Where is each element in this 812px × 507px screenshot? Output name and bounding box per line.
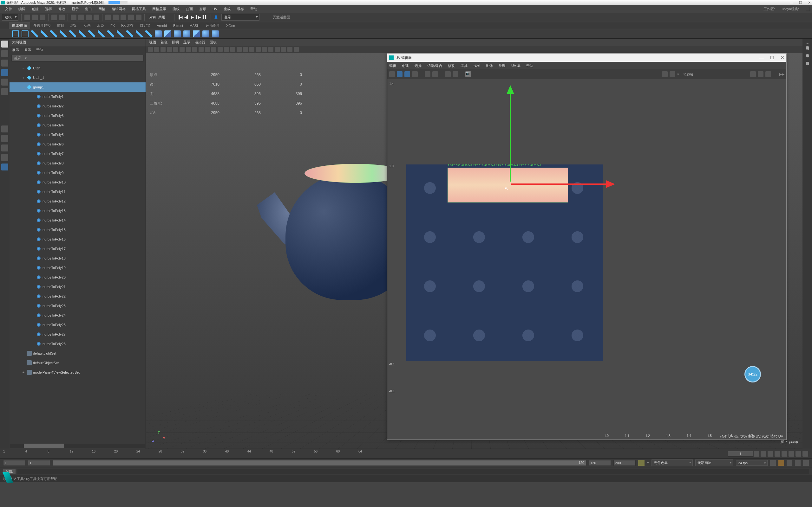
outliner-item[interactable]: defaultLightSet bbox=[9, 349, 146, 358]
menu-网格工具[interactable]: 网格工具 bbox=[129, 7, 149, 11]
login-dropdown[interactable]: 登录 bbox=[221, 14, 259, 20]
menu-窗口[interactable]: 窗口 bbox=[82, 7, 95, 11]
vp-icon[interactable] bbox=[154, 47, 159, 52]
menu-UV[interactable]: UV bbox=[209, 7, 220, 11]
redo-icon[interactable] bbox=[59, 14, 65, 20]
expand-icon[interactable]: + bbox=[21, 76, 26, 79]
uv-menu-创建[interactable]: 创建 bbox=[402, 63, 409, 68]
shelf-tab-0[interactable]: 曲线/曲面 bbox=[9, 22, 30, 29]
uv-shell-selection[interactable]: 2 317 335 4735642 217 316 4725641 215 31… bbox=[448, 168, 568, 203]
vp-icon[interactable] bbox=[217, 47, 223, 52]
move-y-axis[interactable] bbox=[510, 93, 511, 181]
menu-网格[interactable]: 网格 bbox=[95, 7, 108, 11]
vp-icon[interactable] bbox=[199, 47, 204, 52]
outliner-item[interactable]: nurbsToPoly25 bbox=[9, 320, 146, 330]
time-slider[interactable]: 1481216202428323640444852566064 1 bbox=[0, 449, 812, 458]
vp-icon[interactable] bbox=[237, 47, 242, 52]
vp-icon[interactable] bbox=[173, 47, 178, 52]
shelf-tab-8[interactable]: 自定义 bbox=[137, 22, 154, 29]
select-mask-icon[interactable] bbox=[78, 14, 84, 20]
vp-icon[interactable] bbox=[205, 47, 210, 52]
outliner-item[interactable]: nurbsToPoly19 bbox=[9, 263, 146, 273]
menu-修改[interactable]: 修改 bbox=[55, 7, 68, 11]
uv-menu-工具[interactable]: 工具 bbox=[461, 63, 467, 68]
select-tool-icon[interactable] bbox=[1, 41, 8, 48]
uv-snapshot-icon[interactable]: 📷 bbox=[465, 71, 471, 77]
select-mask-icon-3[interactable] bbox=[94, 14, 99, 20]
prefs-icon[interactable] bbox=[803, 460, 809, 466]
rotate-tool-icon[interactable] bbox=[1, 78, 8, 86]
range-start-inner[interactable] bbox=[28, 460, 50, 466]
layout-four-icon[interactable] bbox=[1, 135, 8, 142]
current-frame-field[interactable]: 1 bbox=[728, 451, 753, 457]
vp-icon[interactable] bbox=[281, 47, 286, 52]
snap-icon-3[interactable] bbox=[120, 14, 126, 20]
step-back-button[interactable] bbox=[761, 451, 766, 457]
playback-next-icon[interactable]: ▍▶ bbox=[196, 15, 201, 19]
vp-icon[interactable] bbox=[243, 47, 248, 52]
insert-knot-icon[interactable] bbox=[107, 31, 114, 38]
uv-checker-icon[interactable] bbox=[432, 71, 438, 77]
outliner-item[interactable]: nurbsToPoly16 bbox=[9, 234, 146, 244]
outliner-menu-帮助[interactable]: 帮助 bbox=[36, 48, 43, 52]
range-bar[interactable]: 120 bbox=[53, 460, 586, 465]
select-mask-icon-2[interactable] bbox=[86, 14, 92, 20]
vp-icon[interactable] bbox=[256, 47, 261, 52]
uv-shaded-icon[interactable] bbox=[404, 71, 410, 77]
vp-menu-面板[interactable]: 面板 bbox=[210, 40, 217, 45]
outliner-menu-展示[interactable]: 展示 bbox=[12, 48, 19, 52]
attach-curve-icon[interactable] bbox=[88, 31, 95, 38]
playback-pause-icon[interactable]: ▍▍ bbox=[203, 15, 208, 19]
outliner-item[interactable]: nurbsToPoly13 bbox=[9, 206, 146, 216]
move-x-axis[interactable] bbox=[511, 183, 607, 185]
move-x-arrow-icon[interactable] bbox=[606, 180, 615, 188]
outliner-item[interactable]: nurbsToPoly21 bbox=[9, 282, 146, 291]
shelf-tab-4[interactable]: 动画 bbox=[81, 22, 94, 29]
outliner-item[interactable]: nurbsToPoly4 bbox=[9, 120, 146, 130]
vp-icon[interactable] bbox=[167, 47, 172, 52]
uv-menu-帮助[interactable]: 帮助 bbox=[526, 63, 533, 68]
shelf-tab-9[interactable]: Arnold bbox=[154, 23, 170, 29]
vp-icon[interactable] bbox=[148, 47, 153, 52]
uv-menu-编辑[interactable]: 编辑 bbox=[389, 63, 396, 68]
uv-menu-选择[interactable]: 选择 bbox=[415, 63, 421, 68]
save-scene-icon[interactable] bbox=[40, 14, 45, 20]
uv-minimize-button[interactable]: — bbox=[759, 55, 764, 60]
menu-生成[interactable]: 生成 bbox=[220, 7, 234, 11]
cv-curve-icon[interactable] bbox=[41, 31, 48, 38]
vp-menu-着色[interactable]: 着色 bbox=[160, 40, 167, 45]
next-key-button[interactable] bbox=[789, 451, 794, 457]
vp-icon[interactable] bbox=[186, 47, 191, 52]
outliner-item[interactable]: nurbsToPoly24 bbox=[9, 311, 146, 320]
revolve-icon[interactable] bbox=[212, 31, 219, 38]
shelf-tab-11[interactable]: MASH bbox=[186, 23, 203, 29]
outliner-item[interactable]: nurbsToPoly8 bbox=[9, 158, 146, 168]
close-button[interactable]: ✕ bbox=[808, 1, 811, 5]
workspace-settings-icon[interactable] bbox=[806, 7, 810, 11]
outliner-item[interactable]: nurbsToPoly2 bbox=[9, 101, 146, 111]
vp-icon[interactable] bbox=[180, 47, 185, 52]
nurbs-cone-icon[interactable] bbox=[183, 31, 190, 38]
snap-icon-4[interactable] bbox=[128, 14, 134, 20]
menu-创建[interactable]: 创建 bbox=[29, 7, 42, 11]
snap-icon-2[interactable] bbox=[113, 14, 119, 20]
move-tool-icon[interactable] bbox=[1, 69, 8, 76]
open-scene-icon[interactable] bbox=[32, 14, 38, 20]
vp-icon[interactable] bbox=[294, 47, 299, 52]
outliner-menu-显示[interactable]: 显示 bbox=[24, 48, 31, 52]
outliner-item[interactable]: +Utah_1 bbox=[9, 73, 146, 82]
vp-icon[interactable] bbox=[275, 47, 280, 52]
undo-icon[interactable] bbox=[51, 14, 57, 20]
shelf-tab-2[interactable]: 雕刻 bbox=[54, 22, 67, 29]
menu-帮助[interactable]: 帮助 bbox=[247, 7, 260, 11]
nurbs-circle-icon[interactable] bbox=[12, 31, 19, 38]
shelf-tab-12[interactable]: 运动图形 bbox=[203, 22, 223, 29]
channel-tab[interactable]: 通道盒/层编辑器 bbox=[804, 41, 810, 47]
uv-menu-修改[interactable]: 修改 bbox=[448, 63, 455, 68]
nurbs-torus-icon[interactable] bbox=[202, 31, 209, 38]
minimize-button[interactable]: — bbox=[790, 1, 793, 5]
menu-曲线[interactable]: 曲线 bbox=[169, 7, 183, 11]
menu-曲面[interactable]: 曲面 bbox=[183, 7, 196, 11]
menu-显示[interactable]: 显示 bbox=[68, 7, 82, 11]
modeling-toolkit-tab[interactable]: 建模工具包 bbox=[804, 49, 810, 54]
